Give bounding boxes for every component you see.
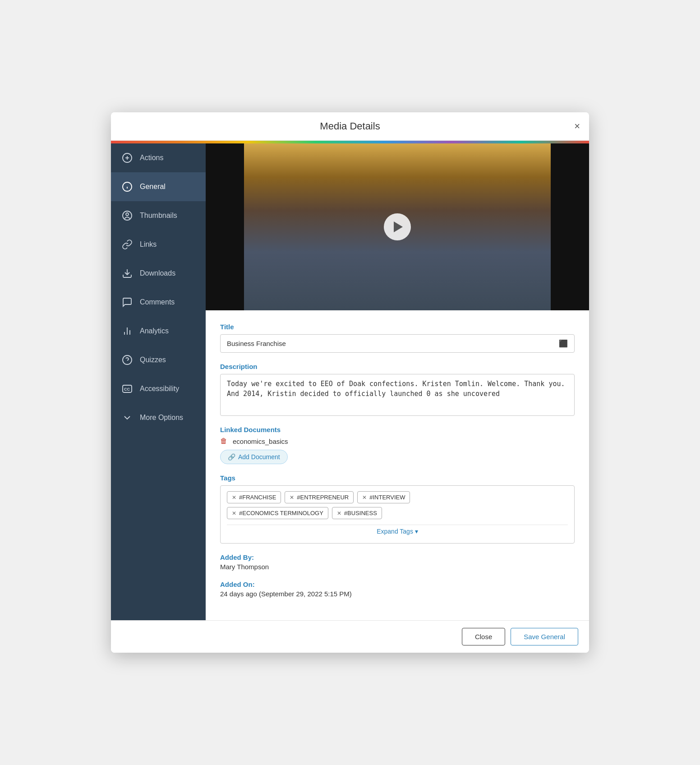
sidebar-item-thumbnails[interactable]: Thumbnails bbox=[111, 201, 206, 230]
linked-docs-label: Linked Documents bbox=[220, 426, 575, 433]
description-textarea[interactable]: Today we're excited to EEO of Doak confe… bbox=[227, 379, 568, 410]
sidebar-item-general[interactable]: General bbox=[111, 172, 206, 201]
sidebar-item-more-options[interactable]: More Options bbox=[111, 403, 206, 432]
tag-remove-interview[interactable]: ✕ bbox=[362, 494, 367, 501]
close-button[interactable]: Close bbox=[462, 628, 505, 645]
tags-row-2: ✕ #ECONOMICS TERMINOLOGY ✕ #BUSINESS bbox=[227, 507, 568, 519]
cc-icon: CC bbox=[121, 382, 134, 395]
tag-entrepreneur: ✕ #ENTREPRENEUR bbox=[285, 491, 354, 503]
expand-tags-button[interactable]: Expand Tags ▾ bbox=[227, 525, 568, 538]
sidebar-item-links[interactable]: Links bbox=[111, 230, 206, 259]
added-on-value: 24 days ago (September 29, 2022 5:15 PM) bbox=[220, 590, 575, 598]
description-textarea-wrapper: Today we're excited to EEO of Doak confe… bbox=[220, 374, 575, 416]
modal-body: Actions General Thumbnails Links bbox=[111, 143, 589, 621]
add-doc-label: Add Document bbox=[238, 453, 280, 461]
sidebar-item-quizzes[interactable]: Quizzes bbox=[111, 346, 206, 374]
tag-economics: ✕ #ECONOMICS TERMINOLOGY bbox=[227, 507, 328, 519]
sidebar-label-thumbnails: Thumbnails bbox=[140, 212, 177, 220]
description-label: Description bbox=[220, 363, 575, 370]
svg-point-12 bbox=[123, 355, 132, 364]
title-label: Title bbox=[220, 323, 575, 331]
download-icon bbox=[121, 267, 134, 280]
added-on-label: Added On: bbox=[220, 581, 575, 588]
linked-docs-row: 🗑 economics_basics bbox=[220, 437, 575, 445]
modal-footer: Close Save General bbox=[111, 620, 589, 653]
modal-title: Media Details bbox=[320, 120, 380, 132]
modal-header: Media Details × bbox=[111, 112, 589, 141]
doc-name: economics_basics bbox=[233, 438, 288, 445]
sidebar-label-links: Links bbox=[140, 240, 157, 249]
form-area: Title ⬛ Description Today we're excited … bbox=[206, 310, 589, 621]
description-field-group: Description Today we're excited to EEO o… bbox=[220, 363, 575, 416]
sidebar-label-downloads: Downloads bbox=[140, 269, 175, 277]
added-by-group: Added By: Mary Thompson bbox=[220, 553, 575, 571]
info-circle-icon bbox=[121, 180, 134, 193]
sidebar-label-accessibility: Accessibility bbox=[140, 385, 179, 393]
sidebar-label-actions: Actions bbox=[140, 154, 163, 162]
bar-chart-icon bbox=[121, 325, 134, 337]
sidebar-item-downloads[interactable]: Downloads bbox=[111, 259, 206, 288]
link-small-icon: 🔗 bbox=[228, 453, 235, 461]
play-button[interactable] bbox=[384, 213, 411, 240]
tag-franchise: ✕ #FRANCHISE bbox=[227, 491, 281, 503]
added-by-label: Added By: bbox=[220, 553, 575, 561]
tag-remove-franchise[interactable]: ✕ bbox=[232, 494, 236, 501]
sidebar-item-accessibility[interactable]: CC Accessibility bbox=[111, 374, 206, 403]
chat-icon bbox=[121, 296, 134, 309]
sidebar-label-analytics: Analytics bbox=[140, 327, 169, 335]
title-input[interactable] bbox=[227, 340, 555, 347]
sidebar-label-more-options: More Options bbox=[140, 414, 183, 422]
sidebar-label-comments: Comments bbox=[140, 298, 175, 306]
linked-docs-field-group: Linked Documents 🗑 economics_basics 🔗 Ad… bbox=[220, 426, 575, 464]
tags-row-1: ✕ #FRANCHISE ✕ #ENTREPRENEUR ✕ #INTERVIE… bbox=[227, 491, 568, 503]
chevron-down-icon bbox=[121, 411, 134, 424]
question-circle-icon bbox=[121, 354, 134, 366]
tags-field-group: Tags ✕ #FRANCHISE ✕ #ENTREPRENEUR bbox=[220, 474, 575, 544]
added-on-group: Added On: 24 days ago (September 29, 202… bbox=[220, 581, 575, 598]
sidebar-item-comments[interactable]: Comments bbox=[111, 288, 206, 317]
sidebar-item-analytics[interactable]: Analytics bbox=[111, 317, 206, 346]
svg-point-7 bbox=[126, 213, 129, 216]
main-content: Title ⬛ Description Today we're excited … bbox=[206, 143, 589, 621]
trash-icon[interactable]: 🗑 bbox=[220, 437, 227, 445]
video-player[interactable] bbox=[206, 143, 589, 310]
title-field-group: Title ⬛ bbox=[220, 323, 575, 353]
tag-remove-business[interactable]: ✕ bbox=[337, 510, 341, 516]
tag-remove-economics[interactable]: ✕ bbox=[232, 510, 236, 516]
close-icon-button[interactable]: × bbox=[574, 121, 580, 131]
link-icon bbox=[121, 238, 134, 251]
user-circle-icon bbox=[121, 209, 134, 222]
media-details-modal: Media Details × Actions General bbox=[111, 112, 589, 653]
sidebar-label-general: General bbox=[140, 183, 166, 191]
title-input-wrapper: ⬛ bbox=[220, 334, 575, 353]
tag-business: ✕ #BUSINESS bbox=[332, 507, 382, 519]
sidebar-item-actions[interactable]: Actions bbox=[111, 143, 206, 172]
tags-label: Tags bbox=[220, 474, 575, 482]
added-by-value: Mary Thompson bbox=[220, 563, 575, 571]
sidebar: Actions General Thumbnails Links bbox=[111, 143, 206, 621]
svg-text:CC: CC bbox=[124, 387, 130, 392]
add-document-button[interactable]: 🔗 Add Document bbox=[220, 450, 288, 464]
sidebar-label-quizzes: Quizzes bbox=[140, 356, 166, 364]
edit-icon: ⬛ bbox=[559, 339, 568, 348]
plus-circle-icon bbox=[121, 152, 134, 164]
tag-interview: ✕ #INTERVIEW bbox=[357, 491, 410, 503]
tag-remove-entrepreneur[interactable]: ✕ bbox=[290, 494, 294, 501]
save-general-button[interactable]: Save General bbox=[511, 628, 578, 645]
tags-container: ✕ #FRANCHISE ✕ #ENTREPRENEUR ✕ #INTERVIE… bbox=[220, 485, 575, 544]
